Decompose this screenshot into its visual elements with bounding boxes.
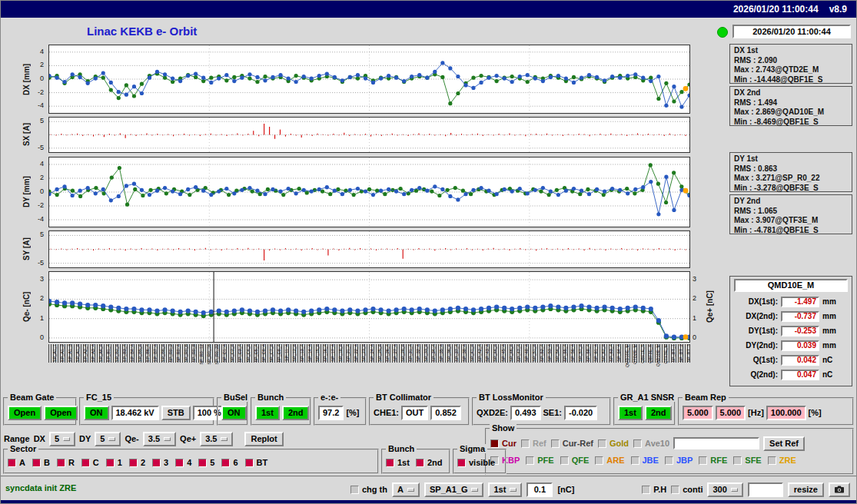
bpm-name-label[interactable]: QAD10E_M xyxy=(656,344,660,366)
bpm-name-label[interactable]: SP_B5_4 xyxy=(138,344,142,362)
bpm-name-label[interactable]: SP_33_4 xyxy=(424,344,428,362)
bpm-name-label[interactable]: SP_C3_4 xyxy=(238,344,242,363)
bpm-name-label[interactable]: SP_46_4 xyxy=(509,344,513,362)
bpm-name-label[interactable]: SP_22_4 xyxy=(354,344,358,362)
sector-select[interactable]: A xyxy=(392,482,420,497)
bpm-name-label[interactable]: SP_B8_4 xyxy=(161,344,165,362)
fc15-on-button[interactable]: ON xyxy=(84,406,109,420)
bpm-name-label[interactable]: SP_C7_4 xyxy=(269,344,274,363)
bpm-name-label[interactable]: SP_54_4 xyxy=(555,344,560,362)
bpm-name-label[interactable]: SP_53_4 xyxy=(547,344,552,362)
bpm-name-label[interactable]: SP_R0_16 xyxy=(207,344,211,365)
sector-5-checkbox[interactable]: 5 xyxy=(198,458,214,467)
bpm-name-label[interactable]: SP_R0_22 xyxy=(214,344,219,365)
bunch-1st-checkbox[interactable]: 1st xyxy=(386,458,410,467)
bpm-name-label[interactable]: SP_38_4 xyxy=(462,344,467,362)
bpm-name-label[interactable]: SP_A1_2 xyxy=(60,344,65,362)
bpm-name-label[interactable]: QBF3E_S xyxy=(648,344,653,363)
range-dy-select[interactable]: 5 xyxy=(95,432,121,446)
bpm-name-label[interactable]: SP_R0_8 xyxy=(191,344,196,363)
bpm-name-label[interactable]: SP_62_4 xyxy=(601,344,606,362)
bpm-name-label[interactable]: SP_58_4 xyxy=(586,344,590,362)
sector-a-checkbox[interactable]: A xyxy=(8,458,25,467)
bpm-name-label[interactable]: SP_48_4 xyxy=(524,344,529,362)
bpm-name-label[interactable]: SP_B1_4 xyxy=(106,344,111,362)
bpm-name-label[interactable]: SP_C4_4 xyxy=(246,344,251,363)
bpm-name-label[interactable]: SP_A1_1 xyxy=(52,344,57,362)
resize-button[interactable]: resize xyxy=(788,482,824,497)
bpm-name-label[interactable]: SP_35_4 xyxy=(439,344,443,362)
replot-button[interactable]: Replot xyxy=(244,432,283,446)
busel-on-button[interactable]: ON xyxy=(221,406,247,420)
bpm-name-label[interactable]: SP_21_4 xyxy=(346,344,350,362)
ph-checkbox[interactable]: P.H xyxy=(642,485,666,494)
bpm-name-label[interactable]: SP_R0_12 xyxy=(199,344,204,365)
sector-b-checkbox[interactable]: B xyxy=(32,458,50,467)
bpm-name-label[interactable]: SP_R0_6 xyxy=(184,344,188,363)
bpm-name-label[interactable]: SP_47_4 xyxy=(517,344,521,362)
show-jbp-checkbox[interactable]: JBP xyxy=(665,456,693,465)
bpm-name-label[interactable]: SP_C5_4 xyxy=(254,344,258,363)
chg-th-checkbox[interactable]: chg th xyxy=(350,485,387,494)
show-gold-checkbox[interactable]: Gold xyxy=(598,439,629,448)
bpm-name-label[interactable]: SP_14_4 xyxy=(307,344,312,362)
show-are-checkbox[interactable]: ARE xyxy=(595,456,624,465)
screenshot-button[interactable] xyxy=(829,482,850,497)
bpm-name-label[interactable]: SP_A2_4 xyxy=(83,344,88,362)
count-input[interactable] xyxy=(748,482,783,497)
show-ave10-checkbox[interactable]: Ave10 xyxy=(633,439,669,448)
monitor-select[interactable]: SP_A1_G xyxy=(424,482,484,497)
bpm-name-label[interactable]: SP_12_4 xyxy=(292,344,297,362)
bpm-name-label[interactable]: SP_B4_4 xyxy=(130,344,135,362)
ref-name-input[interactable] xyxy=(673,437,759,449)
show-cur-checkbox[interactable]: Cur xyxy=(490,439,517,448)
sector-2-checkbox[interactable]: 2 xyxy=(129,458,145,467)
bpm-name-label[interactable]: SP_28_4 xyxy=(400,344,405,362)
snsr-1st-button[interactable]: 1st xyxy=(618,406,643,420)
bpm-name-label[interactable]: SP_31_4 xyxy=(408,344,413,362)
bpm-name-label[interactable]: SP_R0_4 xyxy=(176,344,181,363)
bpm-name-label[interactable]: QTD2E_M xyxy=(633,344,637,364)
range-qe-minus-select[interactable]: 3.5 xyxy=(143,432,176,446)
bpm-name-label[interactable]: SP_45_4 xyxy=(501,344,506,362)
show-qfe-checkbox[interactable]: QFE xyxy=(560,456,590,465)
bpm-name-label[interactable]: SP_18_4 xyxy=(338,344,343,362)
bpm-name-label[interactable]: SP_56_4 xyxy=(570,344,575,362)
interval-select[interactable]: 300 xyxy=(707,482,742,497)
bpm-name-label[interactable]: SP_25_4 xyxy=(377,344,382,362)
bpm-name-label[interactable]: SP_B3_4 xyxy=(122,344,127,362)
bpm-name-label[interactable]: SP_55_4 xyxy=(563,344,567,362)
bpm-name-label[interactable]: SP_R0_2 xyxy=(168,344,173,363)
sector-6-checkbox[interactable]: 6 xyxy=(221,458,238,467)
show-sfe-checkbox[interactable]: SFE xyxy=(733,456,761,465)
fc15-stb-button[interactable]: STB xyxy=(161,406,191,420)
bpm-name-label[interactable]: SP_17_4 xyxy=(331,344,335,362)
bpm-name-label[interactable]: SP_57_4 xyxy=(578,344,583,362)
sector-1-checkbox[interactable]: 1 xyxy=(106,458,122,467)
bpm-name-label[interactable]: SP_52_4 xyxy=(540,344,544,362)
sector-c-checkbox[interactable]: C xyxy=(81,458,99,467)
bpm-name-label[interactable]: SP_16_4 xyxy=(323,344,327,362)
show-rfe-checkbox[interactable]: RFE xyxy=(699,456,727,465)
range-qe-plus-select[interactable]: 3.5 xyxy=(200,432,233,446)
bpm-name-label[interactable]: SP_61_4 xyxy=(593,344,598,362)
bpm-name-label[interactable]: SP_11_4 xyxy=(284,344,289,361)
bpm-name-label[interactable]: QMD10E_M xyxy=(625,344,629,367)
conti-checkbox[interactable]: conti xyxy=(671,485,703,494)
bunch-2nd-button[interactable]: 2nd xyxy=(282,406,310,420)
bpm-name-label[interactable]: SP_64_4 xyxy=(616,344,621,362)
bpm-name-label[interactable]: SP_23_4 xyxy=(361,344,366,362)
bpm-name-label[interactable]: SP_27_4 xyxy=(393,344,397,362)
beam-gate-open-button-1[interactable]: Open xyxy=(8,406,42,420)
sector-4-checkbox[interactable]: 4 xyxy=(175,458,191,467)
bpm-name-label[interactable]: SP_63_4 xyxy=(609,344,613,362)
show-zre-checkbox[interactable]: ZRE xyxy=(768,456,796,465)
monitor-name[interactable]: QMD10E_M xyxy=(734,279,848,292)
threshold-input[interactable]: 0.1 xyxy=(526,482,553,497)
bpm-name-label[interactable]: SP_A1_3 xyxy=(68,344,72,362)
sector-bt-checkbox[interactable]: BT xyxy=(245,458,268,467)
bpm-name-label[interactable]: SP_C6_4 xyxy=(261,344,266,363)
bpm-name-label[interactable]: SP_A1_4 xyxy=(75,344,80,362)
bpm-name-label[interactable]: SP_BT_3 xyxy=(686,344,690,363)
bunch-2nd-checkbox[interactable]: 2nd xyxy=(416,458,443,467)
